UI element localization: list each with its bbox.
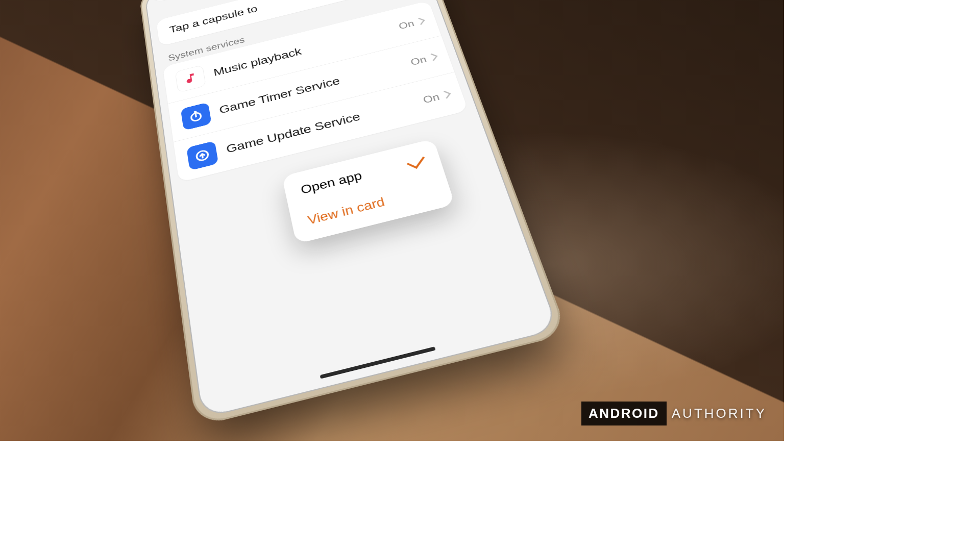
update-state: On [422, 91, 441, 106]
update-arrow-icon [186, 141, 218, 170]
music-state: On [398, 18, 415, 32]
checkmark-icon [407, 153, 425, 169]
watermark: ANDROID AUTHORITY [581, 402, 767, 425]
chevron-right-icon [440, 91, 451, 99]
chevron-right-icon [415, 18, 425, 25]
stopwatch-icon [181, 102, 212, 131]
svg-line-2 [195, 114, 196, 117]
music-note-icon [175, 65, 206, 93]
timer-state: On [409, 54, 428, 68]
watermark-rest: AUTHORITY [672, 406, 767, 421]
chevron-right-icon [428, 54, 438, 61]
watermark-brand: ANDROID [581, 402, 667, 425]
photo-scene: Switch or hide Swipe left or right in a … [0, 0, 784, 441]
home-indicator[interactable] [320, 346, 435, 379]
tap-action-popup: Open app View in card [282, 139, 455, 244]
